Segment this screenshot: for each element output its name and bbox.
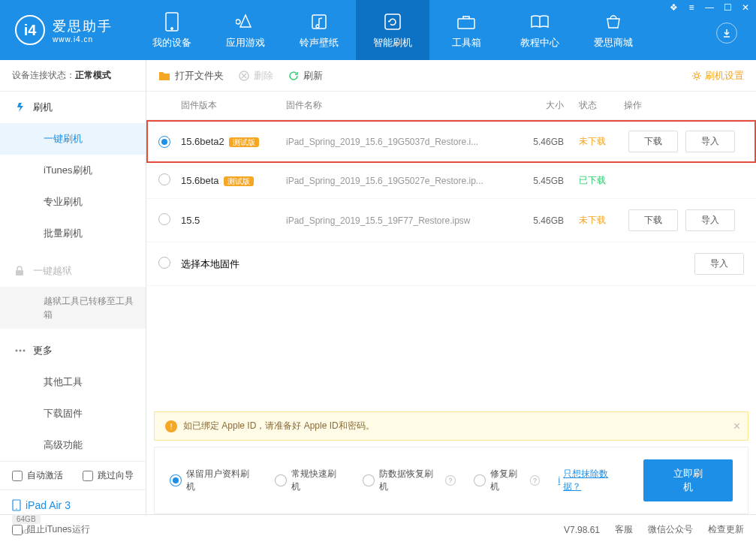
svg-rect-3	[385, 14, 400, 29]
flash-options: 保留用户资料刷机 常规快速刷机 防数据恢复刷机 ? 修复刷机 ? i 只想抹除数…	[154, 447, 748, 514]
music-icon	[309, 11, 330, 32]
close-icon[interactable]: ✕	[739, 2, 751, 13]
opt-normal[interactable]: 常规快速刷机	[275, 468, 345, 493]
minimize-icon[interactable]: —	[703, 2, 715, 13]
folder-icon	[158, 71, 170, 81]
connection-status: 设备连接状态：正常模式	[0, 60, 146, 92]
window-controls: ❖ ≡ — ☐ ✕	[667, 2, 751, 13]
download-indicator-icon[interactable]	[716, 23, 737, 44]
download-button[interactable]: 下载	[628, 209, 678, 231]
delete-button[interactable]: 删除	[239, 69, 273, 83]
logo-icon: i4	[15, 15, 45, 45]
app-header: i4 爱思助手 www.i4.cn 我的设备 应用游戏 铃声壁纸 智能刷机 工具…	[0, 0, 756, 60]
local-firmware-row[interactable]: 选择本地固件 导入	[146, 242, 756, 286]
help-icon[interactable]: ?	[530, 475, 541, 486]
store-icon	[603, 11, 624, 32]
svg-point-12	[695, 74, 699, 77]
sidebar-download-firmware[interactable]: 下载固件	[0, 398, 146, 429]
refresh-icon	[382, 11, 403, 32]
app-url: www.i4.cn	[53, 35, 113, 44]
beta-badge: 测试版	[224, 176, 254, 186]
download-button[interactable]: 下载	[628, 131, 678, 152]
firmware-row[interactable]: 15.6beta2测试版 iPad_Spring_2019_15.6_19G50…	[146, 120, 756, 163]
radio[interactable]	[158, 257, 170, 269]
radio[interactable]	[275, 474, 287, 486]
svg-rect-4	[458, 19, 474, 29]
nav-apps[interactable]: 应用游戏	[209, 0, 282, 60]
svg-point-6	[16, 350, 18, 352]
svg-point-10	[16, 508, 17, 510]
menu-icon[interactable]: ≡	[685, 2, 697, 13]
auto-activate-checkbox[interactable]	[12, 471, 23, 481]
nav-flash[interactable]: 智能刷机	[356, 0, 429, 60]
main-content: 打开文件夹 删除 刷新 刷机设置 固件版本 固件名称 大小 状态 操作	[146, 60, 756, 514]
sidebar-more-header[interactable]: 更多	[0, 335, 146, 366]
help-icon[interactable]: ?	[445, 475, 456, 486]
wechat-link[interactable]: 微信公众号	[648, 523, 693, 536]
delete-icon	[239, 71, 249, 81]
svg-point-1	[171, 27, 173, 29]
apps-icon	[235, 11, 256, 32]
warning-icon: !	[165, 420, 177, 432]
radio-selected[interactable]	[158, 136, 170, 148]
opt-keep-data[interactable]: 保留用户资料刷机	[170, 468, 257, 493]
nav-bar: 我的设备 应用游戏 铃声壁纸 智能刷机 工具箱 教程中心 爱思商城	[135, 0, 650, 60]
open-folder-button[interactable]: 打开文件夹	[158, 69, 224, 83]
radio[interactable]	[363, 474, 375, 486]
maximize-icon[interactable]: ☐	[721, 2, 733, 13]
device-name: iPad Air 3	[12, 499, 134, 511]
customer-service-link[interactable]: 客服	[615, 523, 633, 536]
logo: i4 爱思助手 www.i4.cn	[15, 15, 113, 45]
block-itunes-checkbox[interactable]	[12, 525, 23, 535]
svg-point-7	[20, 350, 22, 352]
nav-my-device[interactable]: 我的设备	[135, 0, 209, 60]
flash-now-button[interactable]: 立即刷机	[643, 459, 733, 501]
more-icon	[15, 349, 27, 352]
nav-ringtones[interactable]: 铃声壁纸	[282, 0, 356, 60]
radio[interactable]	[158, 213, 170, 225]
svg-point-8	[23, 350, 26, 352]
radio[interactable]	[474, 474, 486, 486]
opt-repair[interactable]: 修复刷机 ?	[474, 468, 541, 493]
sidebar-other-tools[interactable]: 其他工具	[0, 366, 146, 398]
toolbar: 打开文件夹 删除 刷新 刷机设置	[146, 60, 756, 92]
sidebar-jailbreak-note: 越狱工具已转移至工具箱	[0, 287, 146, 329]
import-button[interactable]: 导入	[685, 131, 735, 152]
block-itunes[interactable]: 阻止iTunes运行	[12, 523, 90, 536]
import-local-button[interactable]: 导入	[694, 253, 744, 275]
table-header: 固件版本 固件名称 大小 状态 操作	[146, 92, 756, 120]
sidebar-jailbreak-header: 一键越狱	[0, 255, 146, 287]
flash-settings-button[interactable]: 刷机设置	[691, 69, 744, 83]
notice-bar: ! 如已绑定 Apple ID，请准备好 Apple ID和密码。 ×	[154, 411, 748, 441]
radio-selected[interactable]	[170, 474, 182, 486]
nav-tutorials[interactable]: 教程中心	[503, 0, 577, 60]
notice-close-icon[interactable]: ×	[733, 420, 740, 433]
erase-data-link[interactable]: i 只想抹除数据？	[559, 468, 625, 493]
firmware-row[interactable]: 15.6beta测试版 iPad_Spring_2019_15.6_19G502…	[146, 163, 756, 199]
preference-icon[interactable]: ❖	[667, 2, 679, 13]
firmware-row[interactable]: 15.5 iPad_Spring_2019_15.5_19F77_Restore…	[146, 199, 756, 242]
phone-icon	[161, 11, 182, 32]
svg-rect-5	[16, 270, 23, 276]
info-icon: i	[559, 475, 561, 486]
sidebar-advanced[interactable]: 高级功能	[0, 429, 146, 461]
sidebar-batch-flash[interactable]: 批量刷机	[0, 218, 146, 249]
gear-icon	[691, 71, 702, 81]
sidebar-flash-header[interactable]: 刷机	[0, 92, 146, 123]
sidebar-one-click-flash[interactable]: 一键刷机	[0, 123, 146, 155]
refresh-icon	[288, 71, 299, 81]
sidebar-itunes-flash[interactable]: iTunes刷机	[0, 155, 146, 186]
beta-badge: 测试版	[229, 137, 259, 147]
sidebar-pro-flash[interactable]: 专业刷机	[0, 186, 146, 218]
skip-guide-checkbox[interactable]	[83, 471, 93, 481]
app-name: 爱思助手	[53, 17, 113, 35]
import-button[interactable]: 导入	[685, 209, 735, 231]
check-update-link[interactable]: 检查更新	[708, 523, 744, 536]
sidebar: 设备连接状态：正常模式 刷机 一键刷机 iTunes刷机 专业刷机 批量刷机 一…	[0, 60, 146, 514]
firmware-rows: 15.6beta2测试版 iPad_Spring_2019_15.6_19G50…	[146, 120, 756, 286]
nav-toolbox[interactable]: 工具箱	[429, 0, 503, 60]
radio[interactable]	[158, 173, 170, 185]
refresh-button[interactable]: 刷新	[288, 69, 323, 83]
opt-anti-loss[interactable]: 防数据恢复刷机 ?	[363, 468, 456, 493]
nav-store[interactable]: 爱思商城	[577, 0, 650, 60]
